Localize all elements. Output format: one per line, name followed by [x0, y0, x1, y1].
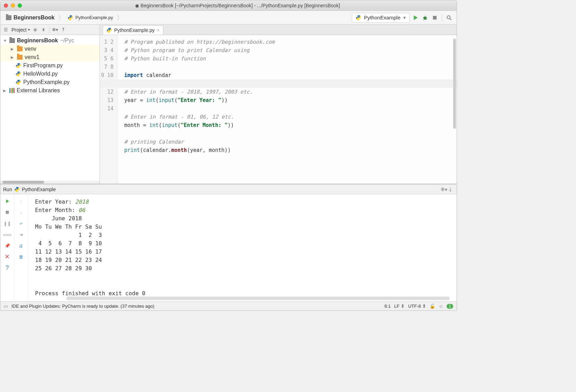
help-button[interactable]: ? [4, 264, 11, 271]
run-button[interactable] [411, 14, 420, 22]
project-view-label[interactable]: Project▾ [11, 27, 30, 33]
svg-point-1 [71, 19, 71, 19]
statusbar: ▭ IDE and Plugin Updates: PyCharm is rea… [0, 301, 457, 310]
svg-rect-5 [6, 211, 9, 214]
editor-scrollbar[interactable] [453, 39, 456, 129]
expand-arrow-icon[interactable]: ▶ [11, 55, 15, 60]
svg-rect-3 [433, 16, 437, 19]
python-file-icon [16, 71, 21, 77]
close-tab-icon[interactable]: × [157, 27, 160, 33]
lock-icon[interactable]: 🔓 [430, 304, 435, 309]
console-output[interactable]: Enter Year: 2018 Enter Month: 06 June 20… [28, 194, 457, 301]
code-content[interactable]: # Program published on https://beginners… [117, 35, 457, 184]
python-file-icon [356, 15, 361, 20]
project-scrollbar[interactable] [0, 181, 100, 184]
project-tree: ▼ BeginnersBook ~/Pyc ▶ venv ▶ venv1 [0, 35, 100, 181]
ide-window: ◉ BeginnersBook [~/PycharmProjects/Begin… [0, 0, 457, 311]
close-window-button[interactable] [4, 3, 8, 8]
window-controls [4, 3, 22, 8]
encoding[interactable]: UTF-8⇕ [408, 304, 426, 309]
notification-badge[interactable]: 1 [447, 304, 453, 309]
expand-arrow-icon[interactable]: ▶ [11, 47, 15, 51]
hector-icon[interactable]: ☺ [439, 304, 443, 309]
up-button[interactable]: ↑ [18, 198, 25, 205]
breadcrumb-file[interactable]: PythonExample.py [66, 14, 115, 22]
folder-icon [9, 38, 15, 43]
pycharm-icon: ◉ [135, 3, 139, 8]
run-toolbar-left: ❚❚ ▭▭ 📌 ✕ ? [0, 194, 14, 301]
status-message: IDE and Plugin Updates: PyCharm is ready… [11, 304, 154, 309]
tree-external-libraries[interactable]: ▶ External Libraries [0, 86, 100, 95]
gear-icon[interactable]: ✻▾ [441, 187, 446, 192]
debug-button[interactable] [421, 14, 429, 22]
run-configuration-selector[interactable]: PythonExample ▾ [352, 13, 410, 23]
run-label: Run [3, 187, 12, 192]
download-icon[interactable]: ⤓ [448, 187, 454, 192]
titlebar: ◉ BeginnersBook [~/PycharmProjects/Begin… [0, 0, 457, 11]
svg-point-0 [70, 16, 70, 16]
editor-tab-bar: PythonExample.py × [100, 25, 457, 35]
folder-icon [17, 46, 23, 51]
minimize-window-button[interactable] [11, 3, 15, 8]
tree-root-path: ~/Pyc [60, 37, 74, 44]
rerun-button[interactable] [4, 198, 11, 205]
run-panel-body: ❚❚ ▭▭ 📌 ✕ ? ↑ ↓ ⤶ ⇥ 🖨 🗑 Enter Year: 2018… [0, 194, 457, 301]
tree-folder-venv1[interactable]: ▶ venv1 [0, 53, 100, 61]
stop-button[interactable] [431, 14, 439, 22]
tree-file-helloworld[interactable]: HelloWorld.py [0, 70, 100, 78]
tree-root[interactable]: ▼ BeginnersBook ~/Pyc [0, 36, 100, 45]
collapse-all-icon[interactable]: ⇟ [41, 27, 46, 33]
code-editor[interactable]: 1 2 3 4 5 6 7 8 9 10 11 12 13 14 # Progr… [100, 35, 457, 184]
expand-arrow-icon[interactable]: ▶ [3, 88, 7, 93]
python-file-icon [107, 27, 112, 33]
project-view-icon[interactable]: ☰ [3, 27, 9, 33]
hide-panel-icon[interactable]: ⤒ [61, 27, 66, 33]
search-button[interactable] [445, 14, 453, 22]
pause-button[interactable]: ❚❚ [4, 220, 11, 227]
breadcrumb-separator: 〉 [117, 14, 123, 22]
line-gutter: 1 2 3 4 5 6 7 8 9 10 11 12 13 14 [100, 35, 117, 184]
folder-icon [6, 15, 11, 20]
settings-icon[interactable]: ✻▾ [52, 27, 58, 33]
scroll-to-end-button[interactable]: ⇥ [18, 231, 25, 238]
maximize-window-button[interactable] [18, 3, 22, 8]
dump-threads-button[interactable]: ▭▭ [4, 231, 11, 238]
folder-icon [17, 55, 23, 60]
close-button[interactable]: ✕ [4, 253, 11, 260]
run-panel-header: Run PythonExample ✻▾ ⤓ [0, 185, 457, 194]
libraries-icon [9, 88, 15, 93]
project-toolbar: ☰ Project▾ ⊕ ⇟ ✻▾ ⤒ [0, 25, 100, 35]
pin-button[interactable]: 📌 [4, 242, 11, 249]
main-content: ☰ Project▾ ⊕ ⇟ ✻▾ ⤒ ▼ BeginnersBook ~/Py… [0, 25, 457, 184]
chevron-down-icon: ▾ [403, 15, 406, 21]
python-file-icon [68, 15, 73, 20]
tree-folder-venv[interactable]: ▶ venv [0, 45, 100, 53]
window-title: ◉ BeginnersBook [~/PycharmProjects/Begin… [22, 3, 453, 8]
run-config-name: PythonExample [22, 187, 56, 192]
console-scrollbar[interactable] [66, 297, 450, 300]
python-file-icon [16, 63, 21, 68]
scroll-from-source-icon[interactable]: ⊕ [33, 27, 38, 33]
stop-button[interactable] [4, 209, 11, 216]
line-separator[interactable]: LF⇕ [394, 304, 405, 309]
tree-file-pythonexample[interactable]: PythonExample.py [0, 78, 100, 86]
run-toolbar-left2: ↑ ↓ ⤶ ⇥ 🖨 🗑 [14, 194, 28, 301]
run-panel: Run PythonExample ✻▾ ⤓ ❚❚ ▭▭ 📌 ✕ ? ↑ ↓ ⤶… [0, 184, 457, 301]
navigation-bar: BeginnersBook 〉 PythonExample.py 〉 Pytho… [0, 11, 457, 25]
tool-window-icon[interactable]: ▭ [4, 304, 8, 309]
print-button[interactable]: 🖨 [18, 242, 25, 249]
python-file-icon [14, 187, 20, 192]
tree-file-firstprogram[interactable]: FirstProgram.py [0, 61, 100, 70]
editor-tab-pythonexample[interactable]: PythonExample.py × [103, 25, 163, 35]
svg-point-4 [447, 16, 450, 19]
python-file-icon [16, 79, 21, 85]
down-button[interactable]: ↓ [18, 209, 25, 216]
expand-arrow-icon[interactable]: ▼ [3, 39, 7, 43]
breadcrumb-project[interactable]: BeginnersBook [4, 13, 57, 22]
cursor-position[interactable]: 6:1 [384, 304, 391, 309]
project-panel: ☰ Project▾ ⊕ ⇟ ✻▾ ⤒ ▼ BeginnersBook ~/Py… [0, 25, 100, 184]
soft-wrap-button[interactable]: ⤶ [18, 220, 25, 227]
breadcrumb-separator: 〉 [58, 14, 64, 22]
clear-button[interactable]: 🗑 [18, 253, 25, 260]
editor-area: PythonExample.py × 1 2 3 4 5 6 7 8 9 10 … [100, 25, 457, 184]
